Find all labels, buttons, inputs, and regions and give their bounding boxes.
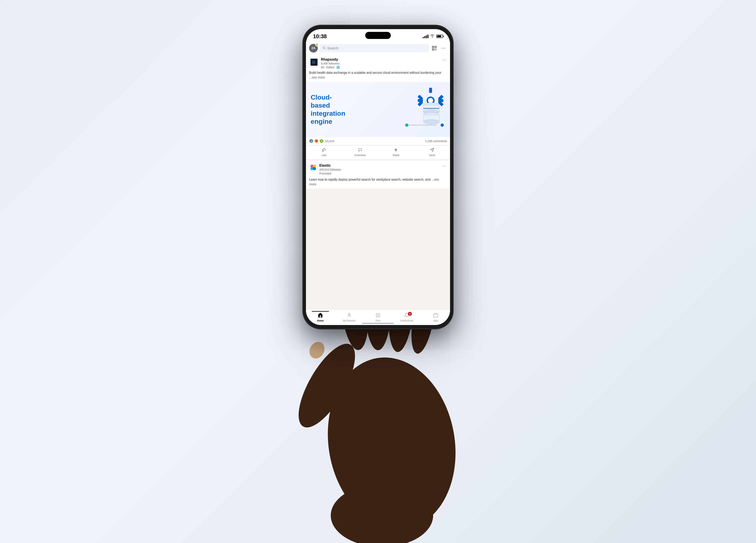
elastic-name: Elastic: [319, 163, 341, 168]
author-info-elastic: Elastic 205,512 followers Promoted: [309, 163, 341, 176]
comments-count: 1,195 comments: [425, 139, 447, 143]
app-content: 2A 2 Search: [306, 42, 450, 325]
nav-jobs[interactable]: Jobs: [421, 311, 450, 324]
elastic-post-text: Learn how to rapidly deploy powerful sea…: [306, 177, 450, 189]
search-icon: [322, 46, 326, 50]
bottom-nav: Home My Network Post: [306, 309, 450, 325]
jobs-icon: [433, 312, 438, 319]
author-info-rhapsody: R Rhapsody 9,458 followers 6d · Edited: [309, 57, 340, 69]
rhapsody-logo[interactable]: R: [309, 57, 319, 67]
svg-rect-10: [435, 50, 435, 50]
svg-rect-9: [436, 49, 436, 49]
rhapsody-post-text: Build health data exchange in a scalable…: [306, 70, 450, 82]
home-indicator-line: [362, 323, 394, 324]
comment-button[interactable]: Comment: [342, 146, 378, 158]
like-reaction: 👍: [309, 139, 313, 143]
rhapsody-more-btn[interactable]: ···: [442, 57, 447, 62]
elastic-more-btn[interactable]: ···: [442, 163, 447, 169]
dynamic-island: [365, 32, 391, 39]
svg-point-40: [313, 167, 316, 170]
wifi-icon: [430, 34, 434, 38]
svg-point-12: [442, 48, 442, 48]
svg-point-41: [348, 313, 350, 315]
jobs-label: Jobs: [433, 319, 438, 322]
rhapsody-followers: 9,458 followers: [321, 62, 340, 66]
nav-my-network[interactable]: My Network: [335, 311, 363, 324]
signal-icon: [423, 35, 428, 38]
like-icon: [322, 148, 326, 153]
notifications-label: Notifications: [400, 319, 413, 322]
svg-rect-8: [435, 49, 435, 49]
qr-icon[interactable]: [431, 45, 438, 52]
notification-badge: 6: [408, 312, 412, 316]
rhapsody-post: R Rhapsody 9,458 followers 6d · Edited: [306, 55, 450, 159]
rhapsody-name: Rhapsody: [321, 57, 340, 62]
svg-point-13: [443, 48, 444, 48]
reaction-icons: 👍 ❤️ 👏 15,014: [309, 139, 334, 143]
search-input-box[interactable]: Search: [320, 44, 429, 52]
svg-point-36: [441, 124, 444, 127]
post-label: Post: [376, 319, 380, 322]
clap-reaction: 👏: [319, 139, 324, 143]
battery-icon: [436, 35, 443, 38]
home-icon: [318, 312, 323, 319]
integration-headline: Cloud-based integration engine: [311, 93, 350, 125]
svg-rect-7: [433, 49, 433, 50]
svg-rect-45: [434, 314, 438, 317]
svg-point-14: [445, 48, 445, 48]
svg-point-48: [307, 339, 327, 361]
reactions-count: 15,014: [325, 139, 334, 143]
user-avatar[interactable]: 2A 2: [309, 44, 318, 53]
nav-post[interactable]: Post: [364, 311, 392, 324]
nav-home[interactable]: Home: [306, 311, 335, 324]
db-illustration: [403, 84, 446, 131]
share-icon: [394, 148, 398, 153]
comment-icon: [358, 148, 362, 153]
rhapsody-post-image: Cloud-based integration engine: [306, 82, 450, 137]
svg-rect-3: [433, 46, 433, 47]
send-button[interactable]: Send: [414, 146, 450, 158]
love-reaction: ❤️: [314, 139, 319, 143]
elastic-logo[interactable]: [309, 163, 317, 172]
rhapsody-post-stats: 👍 ❤️ 👏 15,014 1,195 comments: [306, 137, 450, 145]
author-details-elastic: Elastic 205,512 followers Promoted: [319, 163, 341, 176]
post-header-rhapsody: R Rhapsody 9,458 followers 6d · Edited: [306, 55, 450, 70]
elastic-promoted: Promoted: [319, 172, 341, 176]
my-network-label: My Network: [343, 319, 355, 322]
share-button[interactable]: Share: [378, 146, 414, 158]
status-icons: [423, 34, 443, 38]
phone-device: 10:38: [303, 26, 453, 328]
avatar-badge: 2: [315, 43, 318, 46]
search-bar-area: 2A 2 Search: [306, 42, 450, 55]
send-label: Send: [429, 154, 435, 157]
nav-notifications[interactable]: 6 Notifications: [392, 311, 421, 324]
svg-rect-11: [436, 50, 436, 50]
post-header-elastic: Elastic 205,512 followers Promoted ···: [306, 161, 450, 177]
like-button[interactable]: Like: [306, 146, 342, 158]
share-label: Share: [393, 154, 399, 157]
svg-line-1: [325, 48, 325, 49]
home-indicator-bar: [312, 311, 329, 311]
search-placeholder: Search: [327, 46, 338, 50]
elastic-post: Elastic 205,512 followers Promoted ··· L…: [306, 161, 450, 189]
connector-lines: [403, 119, 446, 131]
phone-screen: 10:38: [306, 29, 450, 325]
elastic-followers: 205,512 followers: [319, 168, 341, 172]
send-icon: [430, 148, 434, 153]
rhapsody-see-more[interactable]: ...see more: [309, 76, 325, 79]
feed: R Rhapsody 9,458 followers 6d · Edited: [306, 55, 450, 315]
main-scene: 10:38: [102, 16, 654, 527]
comment-label: Comment: [354, 154, 365, 157]
status-time: 10:38: [313, 33, 327, 40]
svg-point-34: [405, 124, 408, 127]
like-label: Like: [322, 154, 326, 157]
rhapsody-post-actions: Like Comment: [306, 145, 450, 159]
my-network-icon: [347, 312, 352, 319]
home-label: Home: [317, 319, 324, 322]
messaging-icon[interactable]: [440, 45, 447, 52]
svg-text:R: R: [312, 60, 315, 65]
post-icon: [375, 312, 381, 319]
svg-rect-5: [435, 46, 436, 47]
author-details-rhapsody: Rhapsody 9,458 followers 6d · Edited · 🌐: [321, 57, 340, 69]
svg-rect-18: [429, 88, 432, 93]
